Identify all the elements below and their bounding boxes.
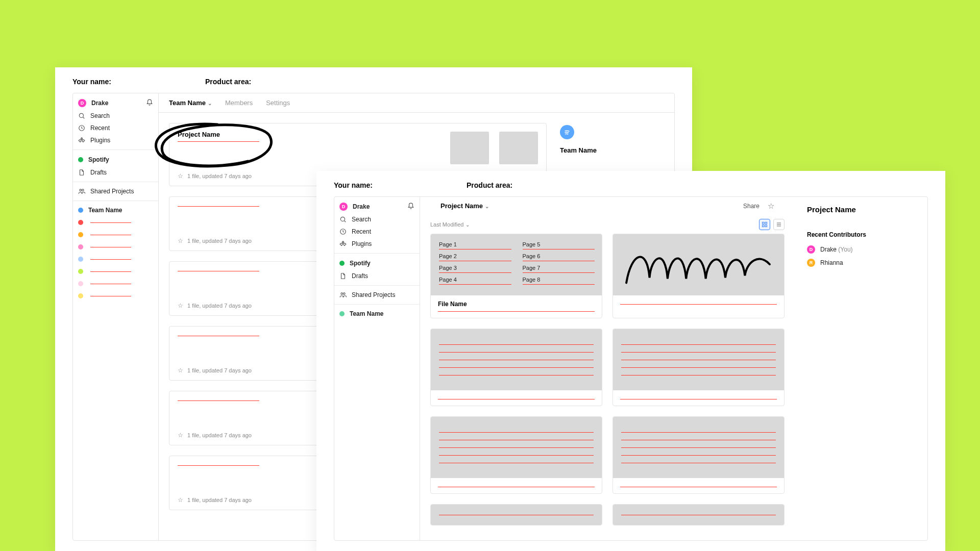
star-icon[interactable]: ☆ <box>178 302 183 309</box>
file-cover <box>613 234 784 295</box>
contributor-row[interactable]: D Drake (You) <box>807 245 915 254</box>
page-item: Page 6 <box>523 253 594 261</box>
sidebar-search[interactable]: Search <box>73 110 158 122</box>
star-icon[interactable]: ☆ <box>178 172 183 180</box>
star-icon[interactable]: ☆ <box>178 432 183 439</box>
star-icon[interactable]: ☆ <box>178 237 183 244</box>
breadcrumb[interactable]: Project Name⌄ <box>440 202 489 210</box>
sidebar-project-1[interactable] <box>73 216 158 229</box>
team-dot-icon <box>78 208 83 213</box>
file-card[interactable] <box>430 416 602 494</box>
bell-icon[interactable] <box>146 99 153 108</box>
bell-icon[interactable] <box>407 203 414 211</box>
clock-icon <box>339 228 347 235</box>
svg-rect-8 <box>763 222 765 224</box>
file-card[interactable] <box>612 234 785 318</box>
sidebar-shared[interactable]: Shared Projects <box>73 185 158 197</box>
your-name-label: Your name: <box>72 78 129 86</box>
file-thumbnail <box>450 132 489 164</box>
project-view-panel: Your name: Product area: D Drake Search … <box>316 171 945 551</box>
page-item: Page 3 <box>439 265 510 273</box>
file-card[interactable] <box>612 504 785 525</box>
team-tabs: Team Name⌄ Members Settings <box>159 93 674 113</box>
your-name-label: Your name: <box>334 181 390 189</box>
sidebar-org[interactable]: Spotify <box>334 257 420 270</box>
sidebar-team[interactable]: Team Name <box>334 308 420 320</box>
sidebar: D Drake Search Recent Plugins Sp <box>73 93 159 540</box>
team-brand-icon <box>560 125 574 139</box>
sidebar-recent[interactable]: Recent <box>73 122 158 134</box>
sidebar-shared[interactable]: Shared Projects <box>334 289 420 301</box>
search-icon <box>78 112 85 119</box>
file-card[interactable] <box>430 329 602 406</box>
search-icon <box>339 216 347 223</box>
share-button[interactable]: Share <box>743 203 760 210</box>
page-item: Page 4 <box>439 277 510 285</box>
sidebar-plugins[interactable]: Plugins <box>334 238 420 250</box>
grid-view-toggle[interactable] <box>759 219 770 230</box>
user-avatar: D <box>78 99 86 107</box>
file-icon <box>339 272 347 280</box>
svg-rect-11 <box>765 225 767 227</box>
sort-dropdown[interactable]: Last Modified⌄ <box>430 221 470 228</box>
contributors-heading: Recent Contributors <box>807 231 915 238</box>
chevron-down-icon: ⌄ <box>465 222 470 228</box>
sidebar-user[interactable]: D Drake <box>73 96 158 110</box>
svg-rect-9 <box>765 222 767 224</box>
page-item: Page 5 <box>523 241 594 249</box>
product-area-label: Product area: <box>467 181 512 189</box>
contributor-avatar: R <box>807 259 815 267</box>
sidebar-project-2[interactable] <box>73 229 158 241</box>
plugin-icon <box>78 137 85 144</box>
svg-rect-10 <box>763 225 765 227</box>
spotify-icon <box>78 157 83 162</box>
team-info-name: Team Name <box>560 146 664 154</box>
sidebar-user[interactable]: D Drake <box>334 200 420 213</box>
chevron-down-icon: ⌄ <box>485 204 489 209</box>
sidebar-project-6[interactable] <box>73 278 158 290</box>
tab-members[interactable]: Members <box>225 99 253 107</box>
svg-point-0 <box>79 113 83 117</box>
file-name: File Name <box>438 300 595 308</box>
page-item: Page 2 <box>439 253 510 261</box>
chevron-down-icon: ⌄ <box>208 101 212 106</box>
project-title: Project Name <box>178 131 440 138</box>
tab-team[interactable]: Team Name⌄ <box>169 99 212 107</box>
file-thumbnail <box>499 132 538 164</box>
sidebar-drafts[interactable]: Drafts <box>73 166 158 179</box>
svg-point-3 <box>82 189 84 191</box>
plugin-icon <box>339 240 347 247</box>
sidebar-project-3[interactable] <box>73 241 158 253</box>
people-icon <box>78 188 85 195</box>
file-card[interactable] <box>612 329 785 406</box>
team-dot-icon <box>339 311 345 316</box>
project-content: Project Name⌄ Share ☆ Last Modified⌄ <box>420 197 927 540</box>
contributor-row[interactable]: R Rhianna <box>807 259 915 267</box>
list-view-toggle[interactable] <box>773 219 785 230</box>
sidebar-project-5[interactable] <box>73 265 158 278</box>
file-card[interactable]: Page 1 Page 2 Page 3 Page 4 Page 5 Page … <box>430 234 602 318</box>
star-icon[interactable]: ☆ <box>178 367 183 374</box>
sidebar-drafts[interactable]: Drafts <box>334 270 420 282</box>
page-item: Page 8 <box>523 277 594 285</box>
sidebar-org[interactable]: Spotify <box>73 153 158 166</box>
favorite-star-icon[interactable]: ☆ <box>768 202 774 211</box>
clock-icon <box>78 124 85 132</box>
star-icon[interactable]: ☆ <box>178 496 183 504</box>
file-icon <box>78 169 85 176</box>
svg-point-7 <box>344 293 346 295</box>
spotify-icon <box>339 261 345 266</box>
sidebar-project-4[interactable] <box>73 253 158 265</box>
file-card[interactable] <box>612 416 785 494</box>
sidebar-project-7[interactable] <box>73 290 158 302</box>
page-item: Page 1 <box>439 241 510 249</box>
file-card[interactable] <box>430 504 602 525</box>
svg-point-2 <box>80 189 82 191</box>
sidebar-plugins[interactable]: Plugins <box>73 134 158 146</box>
tab-settings[interactable]: Settings <box>266 99 290 107</box>
sidebar-recent[interactable]: Recent <box>334 226 420 238</box>
page-item: Page 7 <box>523 265 594 273</box>
sidebar-team[interactable]: Team Name <box>73 204 158 216</box>
sidebar-search[interactable]: Search <box>334 213 420 226</box>
file-cover: Page 1 Page 2 Page 3 Page 4 Page 5 Page … <box>431 234 602 295</box>
